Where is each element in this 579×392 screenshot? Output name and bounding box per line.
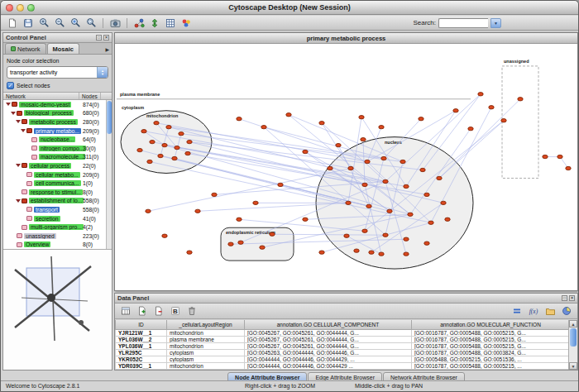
save-icon[interactable]: [21, 17, 36, 29]
table-row[interactable]: YJR121W__1mitochondrion[GO:0045267, GO:0…: [116, 329, 570, 336]
select-nodes-checkbox[interactable]: ✓: [7, 82, 14, 89]
new-document-icon[interactable]: [5, 17, 20, 29]
graph-node[interactable]: [147, 160, 152, 163]
table-scrollbar-thumb[interactable]: [570, 328, 577, 347]
graph-node[interactable]: [501, 118, 506, 122]
graph-node[interactable]: [359, 116, 364, 119]
graph-node[interactable]: [369, 251, 374, 254]
graph-node[interactable]: [185, 151, 190, 155]
graph-node[interactable]: [303, 218, 308, 221]
column-header[interactable]: ID: [116, 320, 167, 329]
import-attributes-icon[interactable]: [543, 305, 557, 318]
graph-node[interactable]: [428, 221, 433, 224]
tree-row[interactable]: unassigned223(0): [3, 232, 112, 241]
graph-node[interactable]: [420, 168, 425, 171]
graph-node[interactable]: [260, 246, 265, 249]
graph-node[interactable]: [346, 201, 351, 204]
tab-network[interactable]: Network: [5, 43, 46, 54]
tree-row[interactable]: macromolecule...311(0): [3, 153, 112, 162]
pie-chart-icon[interactable]: [559, 305, 574, 318]
search-input[interactable]: [438, 18, 488, 28]
table-cell[interactable]: YPL036W__2: [116, 336, 167, 342]
graph-node[interactable]: [146, 209, 151, 213]
table-cell[interactable]: [GO:0016787, GO:0005488, GO:0005215, G..…: [412, 329, 570, 336]
disclosure-triangle-icon[interactable]: [16, 164, 21, 167]
zoom-in-icon[interactable]: [36, 17, 51, 29]
graph-node[interactable]: [361, 137, 366, 141]
graph-node[interactable]: [379, 125, 384, 128]
disclosure-triangle-icon[interactable]: [21, 129, 26, 132]
graph-node[interactable]: [489, 106, 494, 109]
table-cell[interactable]: YDR039C__1: [116, 362, 167, 369]
graph-node[interactable]: [172, 156, 177, 160]
vizmapper-icon[interactable]: [179, 17, 194, 29]
table-cell[interactable]: [GO:0045267, GO:0045261, GO:0044444, G..…: [245, 329, 412, 336]
network-view-title[interactable]: primary metabolic process: [115, 33, 577, 44]
disclosure-triangle-icon[interactable]: [16, 199, 21, 203]
column-header[interactable]: _cellularLayoutRegion: [167, 320, 245, 329]
tree-row[interactable]: multi-organism pro...4(2): [3, 222, 112, 232]
graph-node[interactable]: [404, 237, 409, 241]
search-dropdown-arrow-icon[interactable]: ▼: [490, 18, 501, 28]
tree-row[interactable]: secretion41(0): [3, 214, 112, 223]
close-panel-icon[interactable]: ✕: [569, 295, 575, 301]
graph-node[interactable]: [179, 131, 184, 135]
graph-node[interactable]: [162, 143, 167, 146]
attribute-table-icon[interactable]: [163, 17, 178, 29]
table-cell[interactable]: YJR121W__1: [116, 329, 167, 336]
tree-row[interactable]: biological_process680(0): [3, 109, 112, 118]
tree-row[interactable]: Overview8(0): [3, 241, 112, 250]
zoom-out-icon[interactable]: [52, 17, 67, 29]
graph-node[interactable]: [387, 209, 392, 213]
graph-node[interactable]: [424, 193, 429, 196]
column-header[interactable]: annotation.GO MOLECULAR_FUNCTION: [412, 320, 570, 329]
graph-node[interactable]: [468, 127, 473, 130]
table-cell[interactable]: YKR052C: [116, 356, 167, 362]
table-row[interactable]: YDR039C__1mitochondrion[GO:0044444, GO:0…: [116, 362, 570, 369]
graph-node[interactable]: [195, 209, 200, 213]
float-panel-icon[interactable]: □: [96, 35, 102, 41]
graph-node[interactable]: [212, 193, 217, 196]
disclosure-triangle-icon[interactable]: [11, 112, 16, 115]
table-cell[interactable]: [GO:0005488, GO:0005215, GO:0051536, ...: [412, 356, 570, 362]
table-cell[interactable]: [GO:0016787, GO:0005488, GO:0005215, G..…: [412, 336, 570, 342]
tree-row[interactable]: cellular process22(0): [3, 161, 112, 170]
graph-node[interactable]: [557, 155, 562, 158]
table-cell[interactable]: mitochondrion: [167, 342, 245, 349]
layout-arrows-icon[interactable]: [147, 17, 162, 29]
table-cell[interactable]: YLR295C: [116, 349, 167, 356]
compartment-region[interactable]: [121, 111, 212, 174]
table-row[interactable]: YPL036W__2plasma membrane[GO:0045267, GO…: [116, 336, 570, 342]
scroll-up-icon[interactable]: ▲: [569, 320, 577, 327]
graph-node[interactable]: [166, 125, 171, 128]
table-cell[interactable]: plasma membrane: [167, 336, 245, 342]
zoom-selected-icon[interactable]: [68, 17, 83, 29]
graph-node[interactable]: [154, 121, 159, 124]
table-cell[interactable]: YPL036W__1: [116, 342, 167, 349]
graph-node[interactable]: [228, 242, 233, 246]
graph-node[interactable]: [437, 176, 442, 179]
scroll-down-icon[interactable]: ▼: [569, 362, 577, 370]
node-color-dropdown[interactable]: transporter activity ▲▼: [7, 66, 108, 79]
table-cell[interactable]: [GO:0044444, GO:0044446, GO:0044429 ...: [245, 362, 412, 369]
graph-node[interactable]: [445, 218, 450, 221]
graph-node[interactable]: [400, 160, 405, 163]
graph-node[interactable]: [404, 252, 409, 256]
graph-node[interactable]: [319, 121, 324, 124]
table-cell[interactable]: mitochondrion: [167, 329, 245, 336]
graph-node[interactable]: [278, 183, 283, 186]
table-row[interactable]: YPL036W__1mitochondrion[GO:0045267, GO:0…: [116, 342, 570, 349]
column-header[interactable]: annotation.GO CELLULAR_COMPONENT: [245, 320, 412, 329]
graph-node[interactable]: [286, 113, 291, 117]
tree-row[interactable]: primary metabo...209(0): [3, 127, 112, 136]
delete-row-icon[interactable]: [184, 305, 199, 318]
graph-node[interactable]: [518, 98, 523, 101]
graph-node[interactable]: [137, 148, 142, 151]
table-cell[interactable]: mitochondrion: [167, 362, 245, 369]
network-column-header[interactable]: Network: [3, 93, 79, 99]
tree-row[interactable]: transport558(0): [3, 205, 112, 214]
graph-node[interactable]: [408, 213, 413, 216]
tree-row[interactable]: mosaic-demo-yeast874(0): [3, 100, 112, 109]
float-panel-icon[interactable]: □: [562, 295, 567, 301]
close-panel-icon[interactable]: ✕: [103, 35, 109, 41]
